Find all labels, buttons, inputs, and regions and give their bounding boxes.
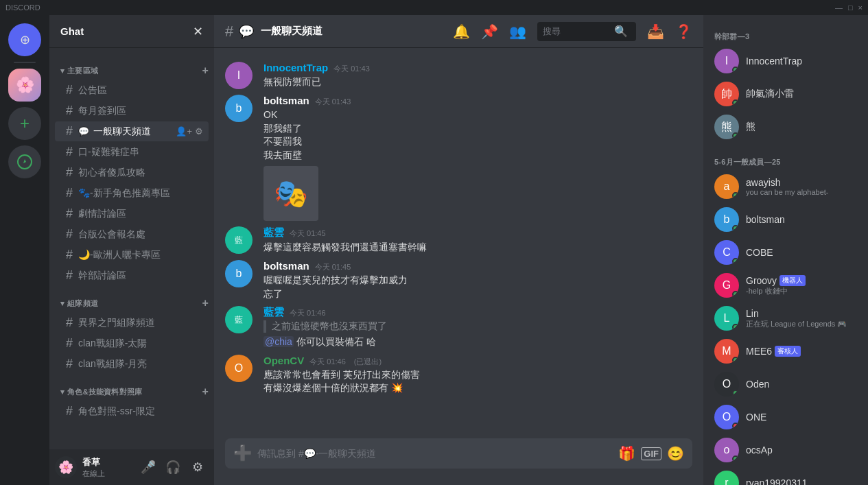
hash-icon: # — [66, 165, 73, 180]
member-name: ocsAp — [746, 445, 773, 456]
category-role[interactable]: ▾ 角色&技能資料對照庫 + — [49, 375, 214, 401]
channel-item-ssr[interactable]: # 角色對照-ssr-限定 — [55, 401, 209, 421]
channel-header: # 💬 一般聊天頻道 🔔 📌 👥 🔍 📥 ❓ — [214, 15, 703, 48]
user-avatar[interactable]: 🌸 — [55, 456, 77, 478]
channel-item-announcement[interactable]: # 公告區 — [55, 80, 209, 100]
member-item[interactable]: b boltsman — [709, 203, 863, 236]
gif-button[interactable]: GIF — [641, 447, 661, 460]
member-item[interactable]: G Groovy 機器人 -help 收錢中 — [709, 269, 863, 302]
hash-icon: # — [66, 124, 73, 139]
channel-item-gate[interactable]: # 異界之門組隊頻道 — [55, 313, 209, 333]
category-role-label: 角色&技能資料對照庫 — [67, 387, 142, 397]
avatar[interactable]: b — [225, 95, 253, 122]
channel-item-character[interactable]: # 🐾-新手角色推薦專區 — [55, 183, 209, 203]
channel-item-newbie[interactable]: # 初心者傻瓜攻略 — [55, 163, 209, 182]
channel-name: 口-疑難雜症串 — [78, 146, 203, 158]
inbox-button[interactable]: 📥 — [647, 23, 664, 40]
gift-button[interactable]: 🎁 — [618, 445, 635, 462]
avatar[interactable]: 藍 — [225, 226, 253, 254]
add-channel-button[interactable]: + — [202, 386, 209, 398]
channel-item-staff[interactable]: # 幹部討論區 — [55, 265, 209, 285]
member-item[interactable]: O ONE — [709, 401, 863, 434]
channel-name: 🌙-歐洲人曬卡專區 — [78, 249, 203, 261]
search-input[interactable] — [543, 26, 611, 36]
channel-item-guild[interactable]: # 台版公會報名處 — [55, 224, 209, 244]
members-button[interactable]: 👥 — [509, 23, 526, 40]
message-input[interactable] — [257, 448, 613, 459]
maximize-button[interactable]: □ — [848, 3, 853, 12]
category-main[interactable]: ▾ 主要區域 + — [49, 54, 214, 80]
member-name: 帥氣滴小雷 — [746, 88, 794, 100]
server-header[interactable]: Ghat ✕ — [49, 15, 214, 48]
avatar[interactable]: O — [225, 355, 253, 382]
channel-item-monthly[interactable]: # 每月簽到區 — [55, 101, 209, 121]
channel-item-story[interactable]: # 劇情討論區 — [55, 204, 209, 224]
channel-item-europe[interactable]: # 🌙-歐洲人曬卡專區 — [55, 245, 209, 265]
category-group[interactable]: ▾ 組隊頻道 + — [49, 286, 214, 312]
member-item[interactable]: o ocsAp — [709, 434, 863, 466]
channel-name: 🐾-新手角色推薦專區 — [78, 187, 203, 200]
member-info: ryan19920311 — [746, 477, 857, 485]
hash-icon: # — [66, 268, 73, 283]
help-button[interactable]: ❓ — [675, 23, 692, 40]
server-divider — [14, 62, 36, 63]
channel-item-clan-sun[interactable]: # clan戰組隊-太陽 — [55, 333, 209, 353]
member-avatar: O — [714, 405, 739, 429]
app-title: DISCORD — [5, 3, 40, 12]
message-quote: 之前追憶硬幣也沒東西買了 — [263, 320, 692, 333]
add-server-button[interactable]: + — [8, 107, 41, 140]
add-attachment-button[interactable]: ➕ — [233, 445, 252, 462]
message-author[interactable]: InnocentTrap — [263, 62, 328, 73]
channel-item-qa[interactable]: # 口-疑難雜症串 — [55, 142, 209, 162]
microphone-button[interactable]: 🎤 — [137, 456, 159, 478]
channel-item-general[interactable]: # 💬 一般聊天頻道 👤+ ⚙ — [55, 121, 209, 141]
minimize-button[interactable]: — — [835, 3, 843, 12]
emoji-button[interactable]: 😊 — [667, 445, 684, 462]
message-author[interactable]: boltsman — [263, 95, 309, 106]
window-controls[interactable]: — □ × — [835, 3, 863, 12]
member-item[interactable]: M MEE6 審核人 — [709, 335, 863, 368]
message-text: @chia 你可以買裝備石 哈 — [263, 335, 692, 349]
channel-name: 劇情討論區 — [78, 208, 203, 220]
message-author[interactable]: boltsman — [263, 260, 309, 272]
online-status-dot — [732, 456, 739, 462]
message-author[interactable]: OpenCV — [263, 355, 304, 366]
member-item[interactable]: O Oden — [709, 368, 863, 401]
member-item[interactable]: a awayish you can be my alphabet- — [709, 170, 863, 203]
message-author[interactable]: 藍雲 — [263, 306, 284, 319]
settings-button[interactable]: ⚙ — [187, 456, 209, 478]
member-name: MEE6 — [746, 346, 772, 357]
busy-status-dot — [732, 423, 739, 429]
close-button[interactable]: × — [858, 3, 863, 12]
pin-button[interactable]: 📌 — [481, 23, 498, 40]
member-item[interactable]: 熊 熊 — [709, 110, 863, 143]
member-item[interactable]: C COBE — [709, 236, 863, 269]
server-icon-main[interactable]: 🌸 — [8, 69, 41, 102]
main-area: # 💬 一般聊天頻道 🔔 📌 👥 🔍 📥 ❓ I — [214, 15, 703, 485]
member-item[interactable]: L Lin 正在玩 League of Legends 🎮 — [709, 302, 863, 335]
add-channel-button[interactable]: + — [202, 297, 209, 309]
avatar[interactable]: b — [225, 260, 253, 287]
member-avatar: L — [714, 306, 739, 331]
member-item[interactable]: r ryan19920311 — [709, 466, 863, 485]
server-menu-icon[interactable]: ✕ — [193, 24, 203, 39]
add-member-icon[interactable]: 👤+ — [176, 126, 192, 137]
channel-item-clan-moon[interactable]: # clan戰組隊-月亮 — [55, 354, 209, 374]
message-text: 喔喔喔是芙兒的技才有爆擊加威力忘了 — [263, 274, 692, 300]
member-name: awayish — [746, 177, 781, 188]
avatar[interactable]: 藍 — [225, 306, 253, 333]
explore-button[interactable] — [8, 145, 41, 178]
home-button[interactable]: ⊕ — [8, 23, 41, 56]
message-author[interactable]: 藍雲 — [263, 226, 284, 239]
member-avatar: M — [714, 339, 739, 364]
search-box[interactable]: 🔍 — [537, 22, 636, 41]
avatar[interactable]: I — [225, 62, 253, 89]
headphone-button[interactable]: 🎧 — [162, 456, 184, 478]
notification-button[interactable]: 🔔 — [453, 23, 470, 40]
member-avatar: C — [714, 240, 739, 265]
add-channel-button[interactable]: + — [202, 64, 209, 77]
user-controls: 🎤 🎧 ⚙ — [137, 456, 209, 478]
member-item[interactable]: I InnocentTrap — [709, 45, 863, 78]
settings-icon[interactable]: ⚙ — [195, 126, 203, 137]
member-item[interactable]: 帥 帥氣滴小雷 — [709, 78, 863, 110]
